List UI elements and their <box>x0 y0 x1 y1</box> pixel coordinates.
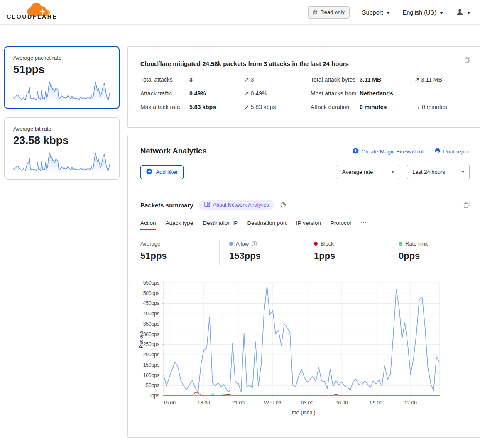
packets-stat-allow: Allow153pps <box>219 240 304 265</box>
stat-value: 1pps <box>314 251 389 261</box>
copy-panel-icon[interactable] <box>463 56 472 64</box>
print-report-label: Print report <box>443 149 471 155</box>
svg-text:12:00: 12:00 <box>404 400 417 406</box>
language-menu[interactable]: English (US) <box>403 9 443 16</box>
support-menu[interactable]: Support <box>362 9 390 16</box>
tab-destination-ip[interactable]: Destination IP <box>203 220 238 230</box>
stat-label: Max attack rate <box>140 103 189 111</box>
stat-label-row: Allow <box>229 241 304 247</box>
svg-text:21:00: 21:00 <box>232 400 245 406</box>
time-window-icon[interactable] <box>279 201 287 209</box>
sparkline-svg <box>13 79 110 102</box>
user-icon <box>456 8 464 17</box>
stat-label-row: Rate limit <box>399 241 473 247</box>
packets-stats-row: Average51ppsAllow153ppsBlock1ppsRate lim… <box>140 240 480 265</box>
metric-label: Average bit rate <box>13 126 110 132</box>
stat-value: 0.49% <box>189 89 244 97</box>
svg-text:03:00: 03:00 <box>301 400 313 406</box>
tab-attack-type[interactable]: Attack type <box>166 220 193 230</box>
svg-text:50pps: 50pps <box>146 382 159 388</box>
stat-delta: ↗ 3 <box>244 75 254 84</box>
stat-label: Attack duration <box>311 103 360 111</box>
copy-panel-icon[interactable] <box>463 201 471 209</box>
stat-delta: → 0 minutes <box>414 103 447 111</box>
account-menu[interactable] <box>456 8 471 17</box>
create-magic-firewall-rule-link[interactable]: Create Magic Firewall rule <box>353 148 426 155</box>
tab-destination-port[interactable]: Destination port <box>247 220 287 230</box>
svg-text:200pps: 200pps <box>143 352 159 358</box>
cloudflare-logo[interactable]: CLOUDFLARE <box>7 2 56 22</box>
add-filter-label: Add filter <box>156 169 178 175</box>
packets-chart-svg: 0pps50pps100pps150pps200pps250pps300pps3… <box>137 279 448 417</box>
plus-circle-icon <box>353 148 359 155</box>
attack-summary-stats: Total attacks3↗ 3Attack traffic0.49%↗ 0.… <box>140 75 472 117</box>
chevron-down-icon <box>439 12 443 14</box>
stat-value: 51pps <box>140 251 219 261</box>
more-tabs-button[interactable]: ⋯ <box>360 219 367 230</box>
stat-value: Netherlands <box>360 89 414 97</box>
tab-ip-version[interactable]: IP version <box>296 220 321 230</box>
stat-label: Allow <box>236 241 249 247</box>
add-filter-button[interactable]: Add filter <box>140 165 184 179</box>
metric-card-packet-rate[interactable]: Average packet rate 51pps <box>4 46 120 109</box>
tab-action[interactable]: Action <box>140 220 156 230</box>
svg-text:550pps: 550pps <box>143 280 159 286</box>
stat-value: 5.83 kbps <box>189 103 244 111</box>
print-report-link[interactable]: Print report <box>434 148 471 155</box>
summary-stat-row: Total attacks3↗ 3 <box>140 75 306 84</box>
stat-label: Total attacks <box>140 75 189 84</box>
packets-chart: 0pps50pps100pps150pps200pps250pps300pps3… <box>137 279 480 419</box>
stat-value: 153pps <box>229 251 304 261</box>
chevron-down-icon <box>391 171 394 173</box>
legend-dot <box>229 242 233 246</box>
stat-label-row: Average <box>140 241 219 247</box>
about-pill-label: About Network Analytics <box>213 202 269 208</box>
svg-text:Time (local): Time (local) <box>287 409 315 416</box>
svg-text:Packets: Packets <box>138 331 144 348</box>
about-network-analytics-pill[interactable]: About Network Analytics <box>199 200 274 210</box>
metric-sidebar: Average packet rate 51pps Average bit ra… <box>4 46 120 180</box>
read-only-badge: Read only <box>308 6 350 19</box>
packets-summary-title: Packets summary <box>140 202 193 209</box>
metric-select-value: Average rate <box>342 169 373 175</box>
svg-text:06:00: 06:00 <box>336 400 348 406</box>
attack-summary-title: Cloudflare mitigated 24.58k packets from… <box>140 56 349 67</box>
time-range-select[interactable]: Last 24 hours <box>407 165 470 179</box>
metric-card-bit-rate[interactable]: Average bit rate 23.58 kbps <box>4 117 120 180</box>
cloudflare-wordmark: CLOUDFLARE <box>7 13 57 20</box>
stat-value: 3 <box>189 75 244 84</box>
packets-stat-rate-limit: Rate limit0pps <box>389 240 473 265</box>
plus-circle-icon <box>146 168 152 176</box>
svg-text:450pps: 450pps <box>143 300 159 306</box>
svg-text:18:00: 18:00 <box>198 400 210 406</box>
stat-value: 3.11 MB <box>360 75 414 84</box>
packets-stat-block: Block1pps <box>304 240 389 265</box>
svg-text:0pps: 0pps <box>149 393 159 399</box>
stat-delta: ↗ 3.11 MB <box>414 75 442 84</box>
legend-dot <box>399 242 402 246</box>
stat-delta: ↗ 0.49% <box>244 89 267 97</box>
time-range-value: Last 24 hours <box>412 169 445 175</box>
info-icon[interactable] <box>252 241 257 246</box>
network-analytics-panel: Network Analytics Create Magic Firewall … <box>127 135 480 438</box>
stat-label: Total attack bytes <box>311 75 360 84</box>
chevron-down-icon <box>467 12 471 14</box>
create-rule-label: Create Magic Firewall rule <box>361 149 426 155</box>
stat-label: Rate limit <box>405 241 428 247</box>
metric-value: 23.58 kbps <box>13 134 110 147</box>
svg-text:15:00: 15:00 <box>163 400 176 406</box>
bit-rate-sparkline <box>13 150 110 174</box>
chevron-down-icon <box>461 171 465 173</box>
metric-label: Average packet rate <box>13 55 110 61</box>
summary-stats-right: Total attack bytes3.11 MB↗ 3.11 MBMost a… <box>306 75 472 117</box>
svg-text:Wed 06: Wed 06 <box>264 400 281 406</box>
summary-stats-left: Total attacks3↗ 3Attack traffic0.49%↗ 0.… <box>140 75 306 117</box>
metric-select[interactable]: Average rate <box>337 165 399 179</box>
summary-stat-row: Attack duration0 minutes→ 0 minutes <box>311 103 472 111</box>
packet-rate-sparkline <box>13 79 110 103</box>
stat-value: 0pps <box>399 251 473 261</box>
sparkline-svg <box>13 150 110 173</box>
summary-stat-row: Total attack bytes3.11 MB↗ 3.11 MB <box>311 75 472 84</box>
tab-protocol[interactable]: Protocol <box>331 220 351 230</box>
chevron-down-icon <box>386 12 390 14</box>
